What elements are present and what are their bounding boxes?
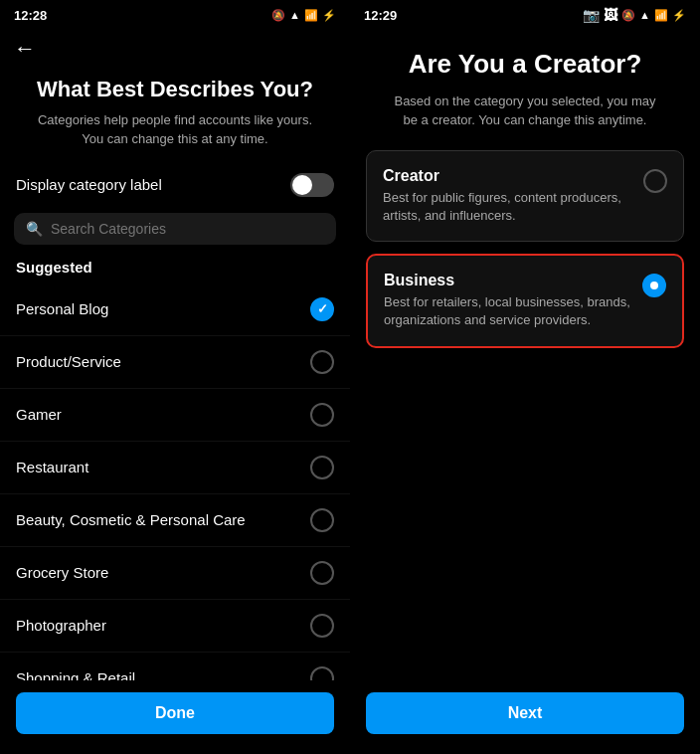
list-item[interactable]: Restaurant — [0, 442, 350, 494]
list-item[interactable]: Shopping & Retail — [0, 653, 350, 680]
radio-restaurant[interactable] — [310, 456, 334, 479]
status-icons-1: 🔕 ▲ 📶 ⚡ — [271, 9, 336, 22]
radio-gamer[interactable] — [310, 403, 334, 427]
screen-what-describes-you: 12:28 🔕 ▲ 📶 ⚡ ← What Best Describes You?… — [0, 0, 350, 754]
done-bar: Done — [0, 680, 350, 754]
business-option[interactable]: Business Best for retailers, local busin… — [366, 254, 684, 347]
radio-shopping[interactable] — [310, 666, 334, 680]
mute-icon-2: 🔕 — [621, 9, 635, 22]
next-button[interactable]: Next — [366, 692, 684, 734]
page-title-2: Are You a Creator? — [350, 28, 700, 92]
search-input[interactable] — [51, 221, 324, 237]
list-item[interactable]: Personal Blog — [0, 283, 350, 336]
status-time-2: 12:29 — [364, 8, 397, 23]
list-item[interactable]: Beauty, Cosmetic & Personal Care — [0, 494, 350, 547]
back-button[interactable]: ← — [0, 28, 350, 66]
search-icon: 🔍 — [26, 221, 43, 237]
category-label: Beauty, Cosmetic & Personal Care — [16, 511, 246, 528]
radio-creator[interactable] — [643, 169, 667, 193]
category-label: Restaurant — [16, 459, 88, 475]
creator-option-text: Creator Best for public figures, content… — [383, 167, 633, 225]
creator-option-desc: Best for public figures, content produce… — [383, 189, 633, 225]
category-label: Gamer — [16, 406, 62, 423]
radio-beauty[interactable] — [310, 508, 334, 532]
signal-icon: 📶 — [304, 9, 318, 22]
business-option-desc: Best for retailers, local businesses, br… — [384, 293, 632, 329]
status-icons-2: 📷 🖼 🔕 ▲ 📶 ⚡ — [583, 7, 686, 23]
creator-options: Creator Best for public figures, content… — [350, 150, 700, 416]
list-item[interactable]: Product/Service — [0, 336, 350, 389]
business-option-text: Business Best for retailers, local busin… — [384, 272, 632, 329]
page-title-1: What Best Describes You? — [0, 66, 350, 110]
radio-personal-blog[interactable] — [310, 297, 334, 321]
business-option-title: Business — [384, 272, 632, 289]
page-subtitle-2: Based on the category you selected, you … — [350, 92, 700, 150]
gallery-icon: 🖼 — [604, 7, 617, 23]
suggested-section-label: Suggested — [0, 255, 350, 283]
radio-photographer[interactable] — [310, 614, 334, 638]
list-item[interactable]: Grocery Store — [0, 547, 350, 600]
radio-grocery[interactable] — [310, 561, 334, 585]
search-bar: 🔍 — [14, 213, 336, 245]
status-bar-2: 12:29 📷 🖼 🔕 ▲ 📶 ⚡ — [350, 0, 700, 28]
battery-icon-2: ⚡ — [672, 9, 686, 22]
page-subtitle-1: Categories help people find accounts lik… — [0, 110, 350, 163]
done-button[interactable]: Done — [16, 692, 334, 734]
display-category-toggle[interactable] — [290, 173, 334, 197]
display-category-toggle-row: Display category label — [0, 163, 350, 207]
mute-icon: 🔕 — [271, 9, 285, 22]
battery-icon: ⚡ — [322, 9, 336, 22]
spacer — [350, 415, 700, 680]
category-label: Personal Blog — [16, 300, 108, 317]
instagram-icon: 📷 — [583, 7, 600, 23]
wifi-icon: ▲ — [289, 9, 300, 21]
status-bar-1: 12:28 🔕 ▲ 📶 ⚡ — [0, 0, 350, 28]
wifi-icon-2: ▲ — [639, 9, 650, 21]
radio-business[interactable] — [642, 274, 666, 297]
toggle-knob — [292, 175, 312, 195]
list-item[interactable]: Gamer — [0, 389, 350, 442]
category-label: Shopping & Retail — [16, 669, 135, 680]
creator-option[interactable]: Creator Best for public figures, content… — [366, 150, 684, 242]
category-label: Grocery Store — [16, 564, 108, 581]
status-time-1: 12:28 — [14, 8, 47, 23]
display-category-label: Display category label — [16, 176, 162, 193]
screen-creator-question: 12:29 📷 🖼 🔕 ▲ 📶 ⚡ Are You a Creator? Bas… — [350, 0, 700, 754]
radio-product-service[interactable] — [310, 350, 334, 374]
category-label: Product/Service — [16, 353, 121, 370]
creator-option-title: Creator — [383, 167, 633, 185]
signal-icon-2: 📶 — [654, 9, 668, 22]
category-label: Photographer — [16, 617, 106, 634]
category-list: Personal Blog Product/Service Gamer Rest… — [0, 283, 350, 680]
list-item[interactable]: Photographer — [0, 600, 350, 653]
next-bar: Next — [350, 680, 700, 754]
